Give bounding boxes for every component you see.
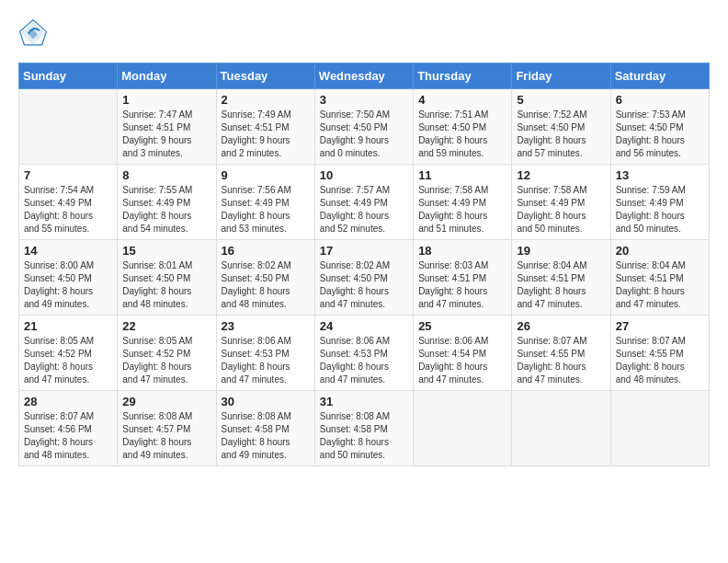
week-row-5: 28Sunrise: 8:07 AMSunset: 4:56 PMDayligh… [19,391,710,466]
day-info: Sunrise: 8:08 AMSunset: 4:58 PMDaylight:… [222,410,310,462]
day-info: Sunrise: 7:58 AMSunset: 4:49 PMDaylight:… [517,184,605,236]
day-info: Sunrise: 8:06 AMSunset: 4:53 PMDaylight:… [320,335,408,386]
day-info: Sunrise: 8:02 AMSunset: 4:50 PMDaylight:… [320,259,408,311]
calendar-cell: 16Sunrise: 8:02 AMSunset: 4:50 PMDayligh… [216,240,314,316]
weekday-header-monday: Monday [118,63,216,89]
calendar-cell: 8Sunrise: 7:55 AMSunset: 4:49 PMDaylight… [118,165,216,240]
day-number: 14 [24,244,112,258]
calendar-cell [512,391,610,466]
weekday-header-sunday: Sunday [19,63,118,89]
day-info: Sunrise: 8:07 AMSunset: 4:55 PMDaylight:… [616,335,704,386]
calendar-cell: 29Sunrise: 8:08 AMSunset: 4:57 PMDayligh… [118,391,216,466]
day-info: Sunrise: 8:08 AMSunset: 4:58 PMDaylight:… [320,410,408,462]
day-info: Sunrise: 7:58 AMSunset: 4:49 PMDaylight:… [418,184,506,236]
day-info: Sunrise: 7:51 AMSunset: 4:50 PMDaylight:… [418,109,506,160]
day-info: Sunrise: 7:59 AMSunset: 4:49 PMDaylight:… [616,184,704,236]
day-number: 12 [517,168,605,182]
calendar-cell: 5Sunrise: 7:52 AMSunset: 4:50 PMDaylight… [512,89,610,165]
weekday-header-thursday: Thursday [414,63,512,89]
day-info: Sunrise: 8:02 AMSunset: 4:50 PMDaylight:… [222,259,310,311]
day-info: Sunrise: 7:52 AMSunset: 4:50 PMDaylight:… [517,109,605,160]
day-info: Sunrise: 7:49 AMSunset: 4:51 PMDaylight:… [222,109,310,160]
calendar-cell: 2Sunrise: 7:49 AMSunset: 4:51 PMDaylight… [216,89,314,165]
day-info: Sunrise: 8:03 AMSunset: 4:51 PMDaylight:… [418,259,506,311]
week-row-3: 14Sunrise: 8:00 AMSunset: 4:50 PMDayligh… [19,240,710,316]
day-info: Sunrise: 8:07 AMSunset: 4:55 PMDaylight:… [517,335,605,386]
day-number: 1 [122,93,210,107]
calendar-cell: 27Sunrise: 8:07 AMSunset: 4:55 PMDayligh… [610,316,709,391]
calendar-cell: 26Sunrise: 8:07 AMSunset: 4:55 PMDayligh… [512,316,610,391]
day-info: Sunrise: 7:55 AMSunset: 4:49 PMDaylight:… [122,184,210,236]
day-number: 7 [24,168,112,182]
day-info: Sunrise: 8:06 AMSunset: 4:53 PMDaylight:… [222,335,310,386]
day-info: Sunrise: 8:07 AMSunset: 4:56 PMDaylight:… [24,410,112,462]
day-info: Sunrise: 8:04 AMSunset: 4:51 PMDaylight:… [517,259,605,311]
day-info: Sunrise: 7:57 AMSunset: 4:49 PMDaylight:… [320,184,408,236]
day-number: 23 [222,319,310,333]
day-number: 17 [320,244,408,258]
calendar-cell: 7Sunrise: 7:54 AMSunset: 4:49 PMDaylight… [19,165,118,240]
calendar-cell: 4Sunrise: 7:51 AMSunset: 4:50 PMDaylight… [414,89,512,165]
calendar-cell [414,391,512,466]
calendar-cell: 17Sunrise: 8:02 AMSunset: 4:50 PMDayligh… [314,240,413,316]
day-number: 24 [320,319,408,333]
calendar-cell: 15Sunrise: 8:01 AMSunset: 4:50 PMDayligh… [118,240,216,316]
calendar-cell: 21Sunrise: 8:05 AMSunset: 4:52 PMDayligh… [19,316,118,391]
day-number: 6 [616,93,704,107]
week-row-4: 21Sunrise: 8:05 AMSunset: 4:52 PMDayligh… [19,316,710,391]
day-number: 9 [222,168,310,182]
day-info: Sunrise: 8:00 AMSunset: 4:50 PMDaylight:… [24,259,112,311]
logo-icon [18,18,48,48]
weekday-header-tuesday: Tuesday [216,63,314,89]
day-number: 26 [517,319,605,333]
day-info: Sunrise: 7:47 AMSunset: 4:51 PMDaylight:… [122,109,210,160]
calendar-cell [19,89,118,165]
calendar-cell: 25Sunrise: 8:06 AMSunset: 4:54 PMDayligh… [414,316,512,391]
day-number: 27 [616,319,704,333]
day-number: 20 [616,244,704,258]
day-info: Sunrise: 7:53 AMSunset: 4:50 PMDaylight:… [616,109,704,160]
day-info: Sunrise: 7:56 AMSunset: 4:49 PMDaylight:… [222,184,310,236]
day-info: Sunrise: 8:05 AMSunset: 4:52 PMDaylight:… [24,335,112,386]
calendar-cell: 13Sunrise: 7:59 AMSunset: 4:49 PMDayligh… [610,165,709,240]
day-number: 22 [122,319,210,333]
day-number: 3 [320,93,408,107]
logo [18,18,53,48]
calendar-cell: 20Sunrise: 8:04 AMSunset: 4:51 PMDayligh… [610,240,709,316]
calendar-cell: 10Sunrise: 7:57 AMSunset: 4:49 PMDayligh… [314,165,413,240]
calendar-cell: 28Sunrise: 8:07 AMSunset: 4:56 PMDayligh… [19,391,118,466]
weekday-header-row: SundayMondayTuesdayWednesdayThursdayFrid… [19,63,710,89]
calendar-cell: 24Sunrise: 8:06 AMSunset: 4:53 PMDayligh… [314,316,413,391]
day-info: Sunrise: 8:06 AMSunset: 4:54 PMDaylight:… [418,335,506,386]
week-row-1: 1Sunrise: 7:47 AMSunset: 4:51 PMDaylight… [19,89,710,165]
day-info: Sunrise: 8:08 AMSunset: 4:57 PMDaylight:… [122,410,210,462]
calendar-cell: 18Sunrise: 8:03 AMSunset: 4:51 PMDayligh… [414,240,512,316]
day-number: 13 [616,168,704,182]
calendar-cell: 14Sunrise: 8:00 AMSunset: 4:50 PMDayligh… [19,240,118,316]
day-number: 30 [222,395,310,408]
day-number: 25 [418,319,506,333]
calendar-table: SundayMondayTuesdayWednesdayThursdayFrid… [18,63,710,466]
day-info: Sunrise: 8:01 AMSunset: 4:50 PMDaylight:… [122,259,210,311]
day-number: 8 [122,168,210,182]
day-number: 19 [517,244,605,258]
calendar-cell: 22Sunrise: 8:05 AMSunset: 4:52 PMDayligh… [118,316,216,391]
day-info: Sunrise: 7:54 AMSunset: 4:49 PMDaylight:… [24,184,112,236]
day-number: 18 [418,244,506,258]
calendar-cell: 3Sunrise: 7:50 AMSunset: 4:50 PMDaylight… [314,89,413,165]
calendar-cell: 31Sunrise: 8:08 AMSunset: 4:58 PMDayligh… [314,391,413,466]
week-row-2: 7Sunrise: 7:54 AMSunset: 4:49 PMDaylight… [19,165,710,240]
day-number: 15 [122,244,210,258]
weekday-header-wednesday: Wednesday [314,63,413,89]
calendar-cell: 23Sunrise: 8:06 AMSunset: 4:53 PMDayligh… [216,316,314,391]
day-number: 31 [320,395,408,408]
day-number: 4 [418,93,506,107]
day-number: 10 [320,168,408,182]
calendar-cell: 30Sunrise: 8:08 AMSunset: 4:58 PMDayligh… [216,391,314,466]
weekday-header-saturday: Saturday [610,63,709,89]
weekday-header-friday: Friday [512,63,610,89]
calendar-cell [610,391,709,466]
day-info: Sunrise: 7:50 AMSunset: 4:50 PMDaylight:… [320,109,408,160]
day-number: 29 [122,395,210,408]
calendar-cell: 9Sunrise: 7:56 AMSunset: 4:49 PMDaylight… [216,165,314,240]
